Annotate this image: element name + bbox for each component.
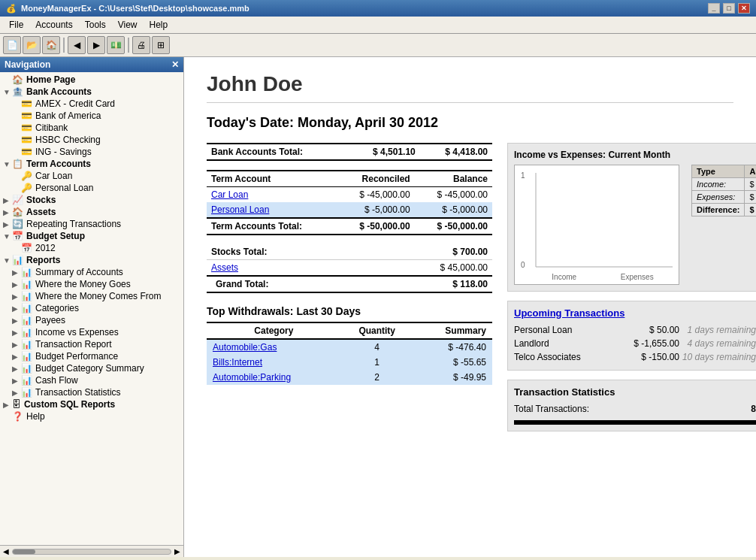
grand-total-row: Grand Total: $ 118.00	[207, 276, 492, 292]
sidebar-item-label: Transaction Statistics	[35, 387, 121, 398]
stocks-icon: 📈	[12, 195, 23, 205]
legend-header-row: Type Amount	[692, 165, 757, 178]
nav-tree: 🏠Home Page▼🏦Bank Accounts💳AMEX - Credit …	[0, 72, 183, 545]
sidebar-item-bank-accounts[interactable]: ▼🏦Bank Accounts	[0, 86, 183, 98]
sidebar-item-label: Citibank	[35, 123, 68, 133]
sidebar-item-summary-accounts[interactable]: ▶📊Summary of Accounts	[0, 266, 183, 278]
sidebar-item-where-from[interactable]: ▶📊Where the Money Comes From	[0, 290, 183, 302]
toolbar-new[interactable]: 📄	[3, 36, 21, 54]
with-cat-1[interactable]: Bills:Internet	[207, 355, 341, 370]
right-column: Income vs Expenses: Current Month 1 0	[507, 143, 756, 431]
menu-help[interactable]: Help	[144, 18, 174, 32]
sidebar-item-label: Repeating Transactions	[26, 219, 121, 229]
sidebar-item-boa[interactable]: 💳Bank of America	[0, 110, 183, 122]
title-bar: 💰 MoneyManagerEx - C:\Users\Stef\Desktop…	[0, 0, 756, 17]
upcoming-title[interactable]: Upcoming Transactions	[514, 307, 756, 319]
toolbar-open[interactable]: 📂	[23, 36, 41, 54]
trans-statistics-icon: 📊	[21, 387, 32, 398]
sidebar-item-where-goes[interactable]: ▶📊Where the Money Goes	[0, 278, 183, 290]
sidebar-item-budget-2012[interactable]: 📅2012	[0, 242, 183, 254]
sidebar-item-income-expenses[interactable]: ▶📊Income vs Expenses	[0, 326, 183, 338]
chart-graph: 1 0 Income	[514, 165, 679, 285]
sidebar-item-cash-flow[interactable]: ▶📊Cash Flow	[0, 374, 183, 386]
toolbar-money[interactable]: 💵	[107, 36, 125, 54]
sidebar-item-term-accounts[interactable]: ▼📋Term Accounts	[0, 158, 183, 170]
stats-total-label: Total Transactions:	[514, 404, 589, 414]
left-column: Bank Accounts Total: $ 4,501.10 $ 4,418.…	[207, 143, 492, 385]
with-qty-2: 2	[341, 370, 413, 385]
legend-income-label: Income:	[692, 178, 745, 191]
toolbar-grid[interactable]: ⊞	[152, 36, 170, 54]
boa-icon: 💳	[21, 110, 32, 121]
nav-close-button[interactable]: ✕	[171, 59, 179, 70]
sidebar-item-citibank[interactable]: 💳Citibank	[0, 122, 183, 134]
sidebar-item-label: Personal Loan	[35, 183, 93, 193]
cash-flow-icon: 📊	[21, 375, 32, 386]
toolbar-print[interactable]: 🖨	[132, 36, 150, 54]
where-goes-icon: 📊	[21, 279, 32, 289]
bank-accounts-table: Bank Accounts Total: $ 4,501.10 $ 4,418.…	[207, 143, 492, 161]
page-title: John Doe	[207, 72, 733, 96]
personal-loan-link[interactable]: Personal Loan	[207, 202, 337, 218]
stocks-total-label: Stocks Total:	[207, 244, 350, 260]
assets-balance: $ 45,000.00	[370, 260, 492, 277]
sidebar-item-budget-category[interactable]: ▶📊Budget Category Summary	[0, 362, 183, 374]
scroll-right[interactable]: ▶	[174, 547, 180, 555]
sidebar-item-custom-sql[interactable]: ▶🗄Custom SQL Reports	[0, 398, 183, 410]
sidebar-item-home[interactable]: 🏠Home Page	[0, 74, 183, 86]
sidebar-item-label: Home Page	[26, 74, 75, 85]
toolbar-home[interactable]: 🏠	[42, 36, 60, 54]
maximize-button[interactable]: □	[723, 3, 735, 14]
term-total-balance: $ -50,000.00	[415, 218, 492, 235]
chart-x-expenses: Expenses	[621, 273, 654, 281]
stocks-row: Stocks Total: $ 700.00	[207, 244, 492, 260]
toolbar-next[interactable]: ▶	[87, 36, 105, 54]
sidebar-item-car-loan[interactable]: 🔑Car Loan	[0, 170, 183, 182]
menu-view[interactable]: View	[112, 18, 144, 32]
bank-accounts-icon: 🏦	[12, 86, 23, 97]
sidebar-item-reports[interactable]: ▼📊Reports	[0, 254, 183, 266]
sidebar-item-amex[interactable]: 💳AMEX - Credit Card	[0, 98, 183, 110]
sidebar-item-stocks[interactable]: ▶📈Stocks	[0, 194, 183, 206]
car-loan-link[interactable]: Car Loan	[207, 187, 337, 203]
toolbar: 📄 📂 🏠 ◀ ▶ 💵 🖨 ⊞	[0, 34, 756, 57]
upcoming-days-0: 1 days remaining	[679, 325, 756, 335]
term-col2-header: Reconciled	[337, 171, 414, 187]
sidebar-item-repeating[interactable]: ▶🔄Repeating Transactions	[0, 218, 183, 230]
sidebar-item-trans-statistics[interactable]: ▶📊Transaction Statistics	[0, 386, 183, 398]
sidebar-item-hsbc[interactable]: 💳HSBC Checking	[0, 134, 183, 146]
stats-section: Transaction Statistics Total Transaction…	[507, 380, 756, 431]
sidebar-item-assets[interactable]: ▶🏠Assets	[0, 206, 183, 218]
legend-diff-row: Difference: $ 0.00	[692, 204, 757, 216]
stats-separator	[514, 420, 756, 425]
stats-total-row: Total Transactions: 8	[514, 402, 756, 416]
sidebar-item-ing[interactable]: 💳ING - Savings	[0, 146, 183, 158]
chart-section: Income vs Expenses: Current Month 1 0	[507, 143, 756, 292]
term-total-row: Term Accounts Total: $ -50,000.00 $ -50,…	[207, 218, 492, 235]
sidebar-item-transaction-report[interactable]: ▶📊Transaction Report	[0, 338, 183, 350]
assets-link[interactable]: Assets	[207, 260, 350, 277]
toolbar-prev[interactable]: ◀	[68, 36, 86, 54]
car-loan-reconciled: $ -45,000.00	[337, 187, 414, 203]
chart-x-labels: Income Expenses	[530, 273, 676, 281]
menu-tools[interactable]: Tools	[79, 18, 112, 32]
sidebar-item-budget-performance[interactable]: ▶📊Budget Performance	[0, 350, 183, 362]
with-cat-2[interactable]: Automobile:Parking	[207, 370, 341, 385]
scroll-track[interactable]	[12, 549, 171, 555]
scroll-left[interactable]: ◀	[3, 547, 9, 555]
with-sum-1: $ -55.65	[413, 355, 492, 370]
sidebar-item-budget-setup[interactable]: ▼📅Budget Setup	[0, 230, 183, 242]
close-button[interactable]: ✕	[738, 3, 750, 14]
minimize-button[interactable]: _	[708, 3, 720, 14]
menu-file[interactable]: File	[3, 18, 29, 32]
sidebar-item-help[interactable]: ❓Help	[0, 410, 183, 422]
sidebar-item-personal-loan[interactable]: 🔑Personal Loan	[0, 182, 183, 194]
help-icon: ❓	[12, 411, 23, 422]
app-icon: 💰	[6, 4, 17, 14]
legend-diff-value: $ 0.00	[745, 204, 756, 216]
amex-icon: 💳	[21, 98, 32, 109]
menu-accounts[interactable]: Accounts	[29, 18, 78, 32]
sidebar-item-categories[interactable]: ▶📊Categories	[0, 302, 183, 314]
with-cat-0[interactable]: Automobile:Gas	[207, 339, 341, 355]
sidebar-item-payees[interactable]: ▶📊Payees	[0, 314, 183, 326]
